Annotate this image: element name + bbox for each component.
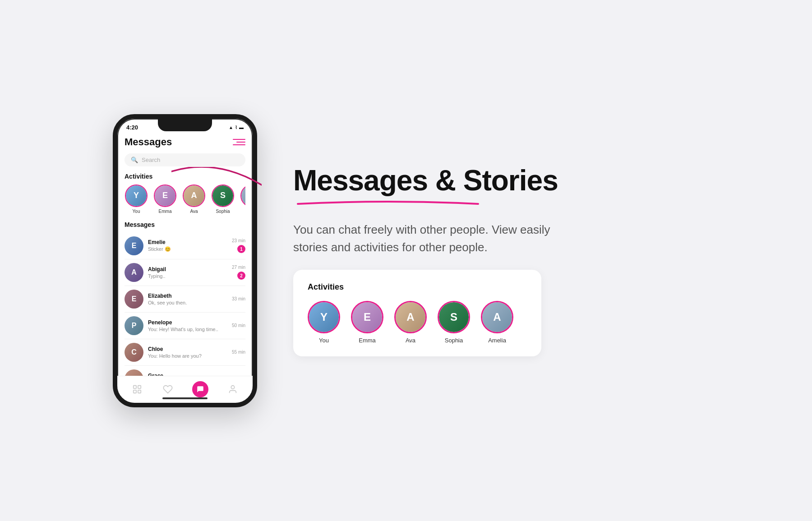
avatar-inner: E bbox=[155, 185, 175, 206]
card-avatar-inner: A bbox=[396, 302, 425, 332]
activity-name: Sophia bbox=[216, 209, 230, 214]
message-name: Emelie bbox=[148, 239, 227, 245]
search-placeholder: Search bbox=[142, 157, 160, 163]
message-item[interactable]: C Chloe You: Hello how are you? 55 min bbox=[125, 339, 245, 366]
search-icon: 🔍 bbox=[131, 157, 138, 163]
card-activity-item[interactable]: A Amelia bbox=[481, 301, 513, 344]
avatar-inner: S bbox=[212, 185, 233, 206]
activity-avatar: A bbox=[183, 184, 205, 207]
message-avatar: C bbox=[125, 343, 143, 362]
avatar-inner: A bbox=[184, 185, 204, 206]
card-activity-name: Emma bbox=[359, 337, 376, 344]
phone-wrapper: 4:20 ▲ ⌇ ▬ Messages bbox=[113, 114, 257, 407]
battery-icon: ▬ bbox=[239, 125, 244, 130]
card-avatar: Y bbox=[308, 301, 340, 333]
message-preview: You: Hello how are you? bbox=[148, 353, 227, 359]
nav-profile-icon[interactable] bbox=[226, 383, 239, 396]
svg-rect-3 bbox=[138, 390, 141, 393]
headline-text: Messages & Stories bbox=[293, 164, 558, 197]
message-info: Abigail Typing.. bbox=[148, 266, 227, 279]
filter-line-1 bbox=[233, 139, 245, 140]
card-activity-name: Ava bbox=[406, 337, 415, 344]
activity-name: You bbox=[133, 209, 140, 214]
card-activity-name: Sophia bbox=[445, 337, 463, 344]
page-container: 4:20 ▲ ⌇ ▬ Messages bbox=[0, 0, 812, 521]
card-avatar-inner: E bbox=[352, 302, 382, 332]
card-activity-item[interactable]: E Emma bbox=[351, 301, 383, 344]
message-item[interactable]: E Elizabeth Ok, see you then. 33 min bbox=[125, 286, 245, 313]
message-avatar: P bbox=[125, 316, 143, 335]
card-avatar: A bbox=[481, 301, 513, 333]
phone-activity-item[interactable]: + + bbox=[240, 184, 245, 214]
card-activity-name: You bbox=[319, 337, 329, 344]
messages-section-label: Messages bbox=[125, 221, 245, 228]
card-avatar: A bbox=[394, 301, 427, 333]
signal-icon: ▲ bbox=[229, 125, 233, 130]
activity-avatar: S bbox=[212, 184, 234, 207]
message-avatar: E bbox=[125, 290, 143, 309]
message-info: Emelie Sticker 😊 bbox=[148, 239, 227, 252]
activities-card-row: Y You E Emma A Ava S Sophia A Amelia bbox=[308, 301, 527, 344]
nav-messages-icon[interactable] bbox=[192, 381, 208, 397]
svg-rect-2 bbox=[134, 390, 136, 393]
message-info: Elizabeth Ok, see you then. bbox=[148, 293, 227, 305]
activity-avatar: E bbox=[154, 184, 176, 207]
status-time: 4:20 bbox=[126, 124, 138, 131]
message-item[interactable]: E Emelie Sticker 😊 23 min 1 bbox=[125, 233, 245, 259]
svg-point-4 bbox=[231, 386, 234, 389]
filter-line-2 bbox=[236, 142, 245, 143]
message-time: 23 min bbox=[232, 238, 245, 243]
message-avatar: E bbox=[125, 236, 143, 255]
wifi-icon: ⌇ bbox=[235, 125, 237, 130]
phone-content: Messages 🔍 Search Activities Y You bbox=[117, 133, 253, 399]
avatar-inner: Y bbox=[126, 185, 147, 206]
card-activity-item[interactable]: A Ava bbox=[394, 301, 427, 344]
phone-notch bbox=[158, 119, 212, 131]
message-avatar: A bbox=[125, 263, 143, 282]
message-badge: 1 bbox=[237, 245, 245, 253]
message-name: Abigail bbox=[148, 266, 227, 272]
message-meta: 50 min bbox=[232, 323, 245, 328]
phone-activity-item[interactable]: A Ava bbox=[182, 184, 206, 214]
card-avatar: E bbox=[351, 301, 383, 333]
card-avatar: S bbox=[438, 301, 470, 333]
message-item[interactable]: A Abigail Typing.. 27 min 2 bbox=[125, 259, 245, 286]
headline-underline-svg bbox=[293, 198, 483, 207]
main-headline: Messages & Stories bbox=[293, 165, 699, 196]
description-paragraph: You can chat freely with other people. V… bbox=[293, 221, 564, 256]
phone-side-btn-right bbox=[257, 173, 257, 200]
phone-header: Messages bbox=[125, 133, 245, 153]
nav-heart-icon[interactable] bbox=[161, 383, 174, 396]
phone-activity-item[interactable]: Y You bbox=[125, 184, 148, 214]
activities-card: Activities Y You E Emma A Ava S Sophia A… bbox=[293, 270, 541, 356]
activity-name: Ava bbox=[190, 209, 198, 214]
phone-activity-item[interactable]: E Emma bbox=[153, 184, 177, 214]
message-preview: Typing.. bbox=[148, 273, 227, 279]
search-bar[interactable]: 🔍 Search bbox=[125, 153, 245, 166]
message-preview: You: Hey! What's up, long time.. bbox=[148, 327, 227, 332]
phone-side-btn-left-1 bbox=[113, 164, 113, 177]
message-info: Penelope You: Hey! What's up, long time.… bbox=[148, 319, 227, 332]
message-name: Chloe bbox=[148, 346, 227, 352]
filter-button[interactable] bbox=[233, 137, 245, 147]
phone-activity-item[interactable]: S Sophia bbox=[211, 184, 235, 214]
card-activity-item[interactable]: S Sophia bbox=[438, 301, 470, 344]
avatar-inner: + bbox=[241, 185, 245, 206]
message-meta: 55 min bbox=[232, 350, 245, 355]
phone: 4:20 ▲ ⌇ ▬ Messages bbox=[113, 114, 257, 407]
message-item[interactable]: P Penelope You: Hey! What's up, long tim… bbox=[125, 313, 245, 339]
svg-rect-1 bbox=[138, 386, 141, 388]
headline-wrapper: Messages & Stories bbox=[293, 165, 699, 207]
card-avatar-inner: Y bbox=[309, 302, 339, 332]
message-name: Elizabeth bbox=[148, 293, 227, 299]
message-name: Penelope bbox=[148, 319, 227, 326]
phone-side-btn-left-2 bbox=[113, 184, 113, 204]
activity-avatar: Y bbox=[125, 184, 148, 207]
activity-name: Emma bbox=[159, 209, 172, 214]
card-avatar-inner: S bbox=[439, 302, 469, 332]
nav-explore-icon[interactable] bbox=[131, 383, 143, 396]
activities-section-label: Activities bbox=[125, 173, 245, 180]
card-activity-item[interactable]: Y You bbox=[308, 301, 340, 344]
message-time: 50 min bbox=[232, 323, 245, 328]
svg-rect-0 bbox=[134, 386, 136, 388]
